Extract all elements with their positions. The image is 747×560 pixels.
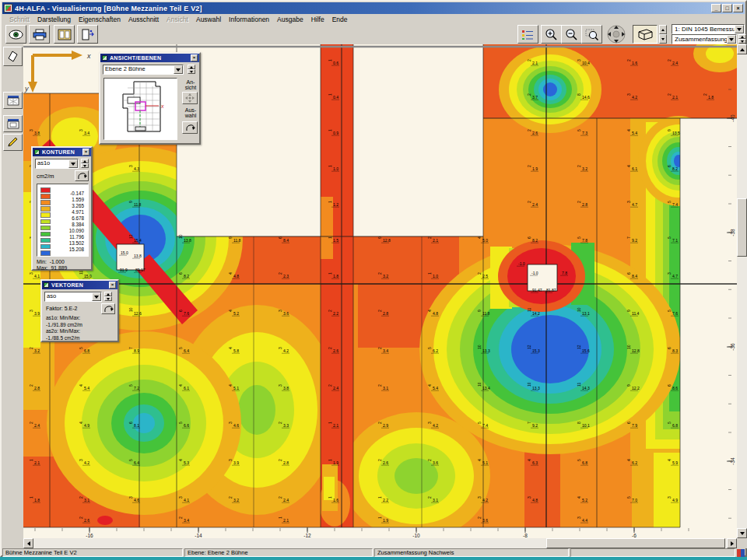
scroll-down-icon[interactable] [737, 528, 747, 538]
book-icon [58, 29, 72, 40]
svg-text:13.1: 13.1 [582, 311, 590, 316]
zoom-window-button[interactable] [581, 25, 602, 44]
zoom-out-button[interactable] [561, 25, 582, 44]
auswahl-button[interactable] [182, 121, 198, 134]
svg-text:8.6: 8.6 [672, 386, 678, 390]
menu-ende[interactable]: Ende [328, 15, 352, 24]
svg-text:8.2: 8.2 [672, 166, 678, 171]
svg-text:2: 2 [377, 310, 382, 312]
view-spinner[interactable] [659, 25, 667, 44]
vektoren-dropdown-arrow-icon[interactable] [92, 292, 101, 301]
display-options-button[interactable] [517, 25, 538, 44]
svg-text:-36: -36 [730, 343, 735, 351]
konturen-dropdown-arrow-icon[interactable] [68, 159, 78, 168]
close-button[interactable]: × [733, 4, 743, 12]
draw-button[interactable] [3, 134, 23, 151]
ebene-spinner[interactable] [188, 65, 195, 75]
horizontal-scroll-thumb[interactable] [546, 538, 725, 548]
ansicht-pan-button[interactable] [182, 92, 198, 104]
svg-text:2: 2 [377, 272, 382, 275]
svg-text:10: 10 [128, 307, 133, 312]
left-toolbar [2, 44, 23, 538]
svg-text:7: 7 [626, 236, 631, 239]
svg-text:5: 5 [577, 129, 581, 131]
scroll-right-icon[interactable] [727, 538, 737, 548]
plan-minimap[interactable]: x [103, 78, 177, 140]
svg-text:3.1: 3.1 [433, 498, 438, 502]
konturen-size-dropdown[interactable]: as1o [35, 159, 79, 169]
menu-ausschnitt[interactable]: Ausschnitt [124, 15, 163, 24]
scroll-left-icon[interactable] [23, 538, 33, 548]
menu-eigenschaften[interactable]: Eigenschaften [75, 15, 124, 24]
close-icon[interactable]: × [82, 149, 89, 156]
norm-combo-arrow-icon[interactable] [735, 25, 744, 33]
contour-legend: -0.1471.5593.2654.9716.6788.38410.09011.… [37, 184, 89, 257]
vektoren-spinner[interactable] [104, 292, 112, 302]
svg-text:3.4: 3.4 [184, 518, 189, 523]
legend-value: 4.971 [53, 209, 84, 215]
konturen-spinner[interactable] [81, 159, 89, 169]
result-window-button[interactable] [3, 115, 23, 132]
svg-text:2: 2 [29, 422, 33, 424]
svg-text:3: 3 [278, 310, 282, 312]
panel-ansicht-titlebar[interactable]: ANSICHT/EBENEN × [100, 54, 199, 62]
svg-text:6.8: 6.8 [672, 423, 678, 428]
panel-konturen[interactable]: KONTUREN × as1o cm2/m -0.1471.5593.2654.… [31, 146, 93, 271]
zoom-in-button[interactable] [541, 25, 562, 44]
close-icon[interactable]: × [109, 282, 116, 289]
menu-auswahl[interactable]: Auswahl [192, 15, 225, 24]
legend-value: 15.208 [53, 247, 84, 252]
menu-informationen[interactable]: Informationen [225, 15, 273, 24]
svg-text:5: 5 [667, 422, 672, 424]
norm-combo[interactable]: 1: DIN 1045 Bemessung [672, 24, 745, 34]
svg-text:9: 9 [626, 384, 631, 387]
view-3d-button[interactable] [633, 25, 658, 44]
horizontal-scrollbar[interactable] [23, 538, 737, 548]
svg-text:1: 1 [328, 422, 332, 424]
result-combo-arrow-icon[interactable] [727, 35, 736, 44]
svg-text:2.2: 2.2 [333, 311, 338, 316]
vertical-scrollbar[interactable] [737, 44, 747, 538]
ebene-dropdown[interactable]: Ebene 2 Bühne [103, 65, 184, 75]
result-spinner[interactable] [738, 34, 746, 44]
ebene-dropdown-arrow-icon[interactable] [174, 65, 183, 74]
svg-text:4: 4 [626, 459, 631, 461]
vektoren-dropdown[interactable]: aso [44, 292, 102, 302]
scroll-up-icon[interactable] [737, 44, 747, 54]
svg-text:8.4: 8.4 [632, 274, 637, 278]
close-icon[interactable]: × [191, 54, 198, 61]
exit-button[interactable] [77, 25, 98, 44]
print-button[interactable] [29, 25, 50, 44]
panel-vektoren[interactable]: VEKTOREN × aso Faktor: 5.E-2 as1o: Min/M… [40, 279, 119, 342]
maximize-button[interactable]: □ [722, 4, 732, 12]
svg-text:3: 3 [427, 422, 432, 424]
svg-text:3.2: 3.2 [383, 274, 388, 278]
svg-text:-1.0: -1.0 [518, 261, 525, 266]
svg-text:12.6: 12.6 [134, 311, 142, 316]
konturen-settings-button[interactable] [75, 170, 89, 181]
view-button[interactable] [5, 25, 26, 44]
menu-darstellung[interactable]: Darstellung [33, 15, 75, 24]
mesh-window-button[interactable] [3, 92, 23, 109]
vertical-scroll-thumb[interactable] [737, 198, 747, 257]
report-button[interactable] [54, 25, 75, 44]
svg-text:2: 2 [328, 310, 332, 312]
svg-text:2: 2 [626, 59, 631, 61]
panel-ansicht-ebenen[interactable]: ANSICHT/EBENEN × Ebene 2 Bühne [99, 52, 201, 145]
result-combo[interactable]: Zusammenfassung [672, 34, 737, 44]
plane-select-button[interactable] [3, 47, 23, 66]
menu-hilfe[interactable]: Hilfe [307, 15, 328, 24]
svg-text:9: 9 [626, 310, 631, 312]
svg-text:3.6: 3.6 [482, 518, 488, 523]
minimize-button[interactable]: _ [711, 4, 721, 12]
menu-ausgabe[interactable]: Ausgabe [273, 15, 307, 24]
axis-y-label: y [24, 85, 29, 93]
svg-text:1.8: 1.8 [708, 95, 714, 100]
panel-konturen-titlebar[interactable]: KONTUREN × [33, 148, 91, 156]
svg-text:3: 3 [29, 310, 33, 312]
panel-vektoren-titlebar[interactable]: VEKTOREN × [42, 281, 117, 289]
svg-text:6: 6 [128, 422, 133, 424]
vektoren-settings-button[interactable] [101, 303, 115, 314]
svg-text:1.9: 1.9 [333, 460, 338, 465]
svg-text:3: 3 [29, 129, 33, 131]
